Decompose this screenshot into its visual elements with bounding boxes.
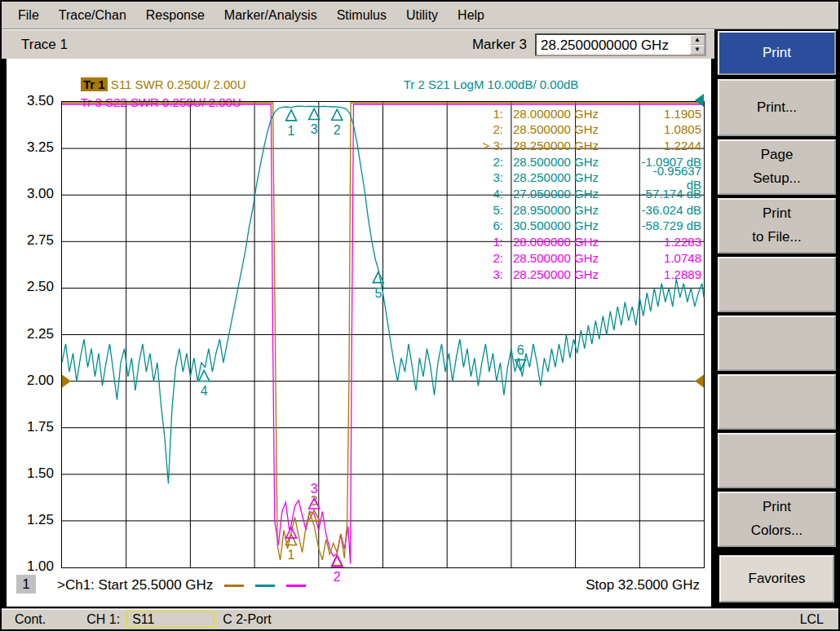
marker-5-symbol-tr2 xyxy=(373,272,383,283)
menu-stimulus[interactable]: Stimulus xyxy=(327,5,396,26)
print-button[interactable]: Print xyxy=(718,31,836,75)
menu-trace-chan[interactable]: Trace/Chan xyxy=(49,5,136,26)
marker-1-number-tr2: 1 xyxy=(288,124,295,138)
channel-badge: 1 xyxy=(16,575,36,593)
menu-utility[interactable]: Utility xyxy=(396,5,448,26)
y-tick-label: 2.50 xyxy=(10,279,54,295)
softkey-panel: Print Print... Page Setup... Print to Fi… xyxy=(716,29,838,607)
menu-bar: File Trace/Chan Response Marker/Analysis… xyxy=(2,2,838,29)
trace3-color-key xyxy=(286,585,306,587)
print-dialog-button[interactable]: Print... xyxy=(718,79,836,136)
y-tick-label: 3.25 xyxy=(10,139,54,156)
marker-2-symbol-tr2 xyxy=(332,109,343,120)
trace2-legend[interactable]: Tr 2 xyxy=(404,77,425,91)
favorites-button[interactable]: Favorites xyxy=(719,555,834,602)
print-colors-button[interactable]: Print Colors... xyxy=(718,492,836,547)
menu-file[interactable]: File xyxy=(8,5,49,26)
y-tick-label: 2.75 xyxy=(10,232,54,249)
display-area: Tr 1 S11 SWR 0.250U/ 2.00U Tr 2 S21 LogM… xyxy=(7,59,711,607)
trace-plot-svg: 1324561332 xyxy=(62,102,704,567)
marker-frequency-value[interactable]: 28.2500000000 GHz xyxy=(537,35,690,55)
trace2-color-key xyxy=(255,585,275,587)
trace1-color-key xyxy=(224,585,244,587)
blank-softkey-2[interactable] xyxy=(718,316,836,371)
marker-3-symbol-tr2 xyxy=(309,108,320,119)
channel-status-label: CH 1: xyxy=(86,612,120,627)
vna-application-window: File Trace/Chan Response Marker/Analysis… xyxy=(0,0,840,631)
blank-softkey-3[interactable] xyxy=(718,374,836,430)
y-tick-label: 3.00 xyxy=(10,186,54,202)
menu-marker-analysis[interactable]: Marker/Analysis xyxy=(214,5,327,26)
marker-2-number-tr2: 2 xyxy=(334,123,341,137)
y-tick-label: 1.25 xyxy=(10,512,54,528)
marker-4-number-tr2: 4 xyxy=(201,384,208,398)
marker-entry-label: Marker 3 xyxy=(472,37,527,53)
measurement-field[interactable]: S11 xyxy=(126,611,214,628)
y-tick-label: 2.25 xyxy=(10,326,54,342)
sweep-stop-label: Stop 32.5000 GHz xyxy=(586,577,700,593)
marker-1-number-tr1: 1 xyxy=(288,548,295,562)
marker-4-symbol-tr2 xyxy=(199,370,210,381)
graticule-plot-area: 1324561332 1:28.000000 GHz1.1905 2:28.50… xyxy=(61,101,705,568)
marker-2-number-tr3: 2 xyxy=(334,570,341,584)
print-to-file-button[interactable]: Print to File... xyxy=(718,198,836,254)
blank-softkey-1[interactable] xyxy=(718,257,836,312)
status-bar: Cont. CH 1: S11 C 2-Port LCL xyxy=(2,608,838,629)
spin-down-button[interactable]: ▼ xyxy=(690,45,705,55)
marker-1-symbol-tr2 xyxy=(286,110,297,121)
spin-up-button[interactable]: ▲ xyxy=(690,35,705,45)
marker-3-number-tr1: 3 xyxy=(311,494,318,508)
marker-3-number-tr2: 3 xyxy=(311,122,318,136)
sweep-start-label: >Ch1: Start 25.5000 GHz xyxy=(57,577,306,593)
spinner: ▲ ▼ xyxy=(690,35,705,55)
remote-local-status: LCL xyxy=(800,612,824,627)
marker-frequency-spinbox[interactable]: 28.2500000000 GHz ▲ ▼ xyxy=(535,33,706,56)
start-text: >Ch1: Start 25.5000 GHz xyxy=(57,577,213,593)
y-tick-label: 2.00 xyxy=(10,373,54,389)
y-tick-label: 1.50 xyxy=(10,466,54,482)
menu-help[interactable]: Help xyxy=(448,5,494,26)
blank-softkey-4[interactable] xyxy=(718,433,836,488)
marker-6-number-tr2: 6 xyxy=(517,343,524,357)
y-tick-label: 1.00 xyxy=(10,558,54,575)
active-trace-label: Trace 1 xyxy=(21,37,68,53)
trace2-legend-desc: S21 LogM 10.00dB/ 0.00dB xyxy=(425,77,578,91)
reference-arrow-tr1-left xyxy=(62,375,71,388)
reference-arrow-tr1-right xyxy=(695,375,704,388)
menu-response[interactable]: Response xyxy=(136,5,214,26)
legend-line-1b: Tr 2 S21 LogM 10.00dB/ 0.00dB xyxy=(383,64,578,105)
marker-3-number-tr3: 3 xyxy=(311,482,318,496)
y-tick-label: 3.50 xyxy=(10,93,54,109)
sweep-mode-status: Cont. xyxy=(15,612,46,627)
marker-5-number-tr2: 5 xyxy=(374,286,382,300)
y-tick-label: 1.75 xyxy=(10,419,54,435)
page-setup-button[interactable]: Page Setup... xyxy=(718,139,836,195)
toolbar: Trace 1 Marker 3 28.2500000000 GHz ▲ ▼ xyxy=(2,29,714,59)
cal-status: C 2-Port xyxy=(223,612,272,627)
